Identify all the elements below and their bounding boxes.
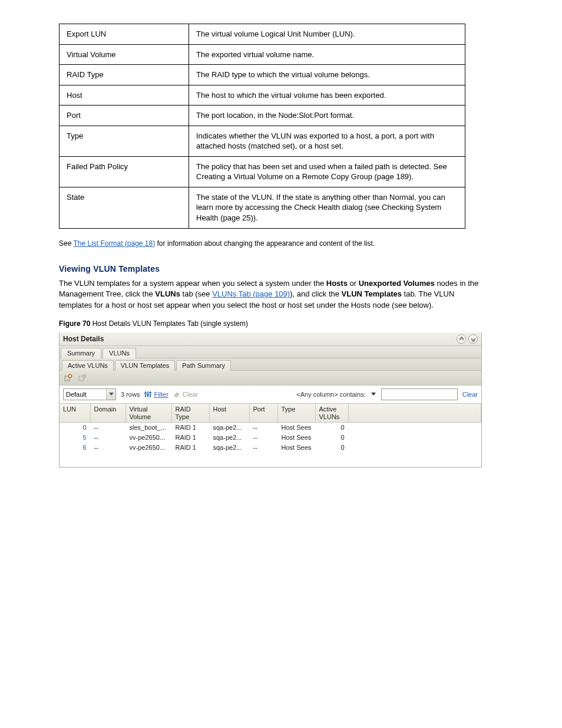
svg-rect-8 bbox=[147, 394, 149, 396]
svg-rect-7 bbox=[144, 393, 147, 394]
cell-active: 0 bbox=[315, 433, 348, 443]
filter-bar: 3 rows Filter Clear <Any column> contain… bbox=[59, 386, 481, 404]
panel-title: Host Details bbox=[63, 335, 454, 343]
table-row: State The state of the VLUN. If the stat… bbox=[59, 187, 465, 228]
grid-row[interactable]: 6 -- vv-pe2650... RAID 1 sqa-pe2... -- H… bbox=[59, 443, 481, 453]
prop-val: The state of the VLUN. If the state is a… bbox=[189, 187, 465, 228]
prop-val: The exported virtual volume name. bbox=[189, 44, 465, 65]
svg-point-3 bbox=[82, 374, 86, 378]
para-bold: VLUN Templates bbox=[342, 289, 402, 298]
grid-row[interactable]: 0 -- sles_boot_... RAID 1 sqa-pe2... -- … bbox=[59, 423, 481, 433]
prop-val: The host to which the virtual volume has… bbox=[189, 85, 465, 106]
prop-key: Export LUN bbox=[59, 24, 189, 45]
cell-vv: vv-pe2650... bbox=[125, 443, 171, 453]
col-domain[interactable]: Domain bbox=[90, 404, 125, 423]
subtab-vlun-templates[interactable]: VLUN Templates bbox=[115, 360, 175, 371]
prop-key: Failed Path Policy bbox=[59, 156, 189, 187]
cell-raid: RAID 1 bbox=[171, 423, 209, 433]
table-row: Host The host to which the virtual volum… bbox=[59, 85, 465, 106]
cell-port: -- bbox=[249, 423, 277, 433]
col-virtual-volume[interactable]: Virtual Volume bbox=[125, 404, 171, 423]
cell-raid: RAID 1 bbox=[171, 433, 209, 443]
cell-host: sqa-pe2... bbox=[209, 433, 249, 443]
grid-header-row: LUN Domain Virtual Volume RAID Type Host… bbox=[59, 404, 481, 423]
view-select-input[interactable] bbox=[64, 389, 106, 400]
filter-button-label: Filter bbox=[154, 391, 168, 398]
cell-active: 0 bbox=[315, 423, 348, 433]
col-raid-type[interactable]: RAID Type bbox=[171, 404, 209, 423]
cell-port: -- bbox=[249, 443, 277, 453]
clear-search-link[interactable]: Clear bbox=[462, 391, 478, 398]
cell-raid: RAID 1 bbox=[171, 443, 209, 453]
row-count-label: 3 rows bbox=[121, 391, 140, 398]
expand-down-icon[interactable] bbox=[468, 334, 478, 344]
section-paragraph: The VLUN templates for a system appear w… bbox=[59, 278, 483, 312]
primary-tabs: Summary VLUNs bbox=[59, 346, 481, 358]
para-text: The VLUN templates for a system appear w… bbox=[59, 279, 326, 288]
cell-vv: vv-pe2650... bbox=[125, 433, 171, 443]
collapse-up-icon[interactable] bbox=[457, 334, 466, 344]
cell-domain: -- bbox=[90, 443, 125, 453]
lun-link[interactable]: 5 bbox=[82, 434, 86, 441]
para-text: or bbox=[348, 279, 359, 288]
export-vlun-icon[interactable] bbox=[63, 373, 74, 383]
table-row: Virtual Volume The exported virtual volu… bbox=[59, 44, 465, 65]
chevron-down-icon[interactable] bbox=[106, 389, 115, 400]
prop-key: Virtual Volume bbox=[59, 44, 189, 65]
lun-link[interactable]: 6 bbox=[82, 444, 86, 451]
panel-toolbar bbox=[59, 371, 481, 386]
prop-key: State bbox=[59, 187, 189, 228]
secondary-tabs: Active VLUNs VLUN Templates Path Summary bbox=[59, 358, 481, 371]
properties-table: Export LUN The virtual volume Logical Un… bbox=[59, 24, 465, 229]
panel-titlebar: Host Details bbox=[59, 332, 481, 346]
col-port[interactable]: Port bbox=[249, 404, 277, 423]
lun-link[interactable]: 0 bbox=[82, 424, 86, 431]
col-active-vluns[interactable]: Active VLUNs bbox=[315, 404, 348, 423]
para-bold: Unexported Volumes bbox=[359, 279, 435, 288]
column-picker-dropdown[interactable] bbox=[371, 391, 376, 397]
table-row: Failed Path Policy The policy that has b… bbox=[59, 156, 465, 187]
vlun-templates-grid: LUN Domain Virtual Volume RAID Type Host… bbox=[59, 404, 481, 467]
col-spacer bbox=[348, 404, 481, 423]
tab-vluns[interactable]: VLUNs bbox=[103, 348, 136, 358]
grid-empty-space bbox=[59, 453, 481, 467]
para-bold: Hosts bbox=[326, 279, 348, 288]
filter-button[interactable]: Filter bbox=[144, 391, 168, 398]
list-format-link[interactable]: The List Format (page 18) bbox=[73, 239, 155, 248]
prop-val: The RAID type to which the virtual volum… bbox=[189, 65, 465, 85]
prop-key: Host bbox=[59, 85, 189, 106]
host-details-panel: Host Details Summary VLUNs Active VLUNs … bbox=[59, 332, 482, 467]
cell-domain: -- bbox=[90, 423, 125, 433]
col-lun[interactable]: LUN bbox=[59, 404, 90, 423]
table-row: Port The port location, in the Node:Slot… bbox=[59, 106, 465, 126]
figure-label: Figure 70 bbox=[59, 319, 90, 328]
figure-text: Host Details VLUN Templates Tab (single … bbox=[90, 319, 248, 328]
prop-val: The virtual volume Logical Unit Number (… bbox=[189, 24, 465, 45]
subtab-path-summary[interactable]: Path Summary bbox=[176, 360, 231, 371]
prop-val: Indicates whether the VLUN was exported … bbox=[189, 126, 465, 156]
note-prefix: See bbox=[59, 239, 73, 248]
tab-summary[interactable]: Summary bbox=[61, 348, 101, 358]
figure-caption: Figure 70 Host Details VLUN Templates Ta… bbox=[59, 319, 527, 328]
view-select[interactable] bbox=[63, 388, 116, 400]
cell-active: 0 bbox=[315, 443, 348, 453]
col-type[interactable]: Type bbox=[277, 404, 315, 423]
grid-row[interactable]: 5 -- vv-pe2650... RAID 1 sqa-pe2... -- H… bbox=[59, 433, 481, 443]
properties-note: See The List Format (page 18) for inform… bbox=[59, 239, 465, 248]
para-bold: VLUNs bbox=[155, 289, 180, 298]
remove-vlun-icon[interactable] bbox=[77, 373, 88, 383]
vluns-tab-link[interactable]: VLUNs Tab (page 109) bbox=[212, 289, 290, 298]
cell-host: sqa-pe2... bbox=[209, 443, 249, 453]
cell-type: Host Sees bbox=[277, 443, 315, 453]
cell-port: -- bbox=[249, 433, 277, 443]
col-host[interactable]: Host bbox=[209, 404, 249, 423]
svg-rect-4 bbox=[145, 391, 146, 397]
search-input[interactable] bbox=[381, 388, 458, 400]
prop-key: RAID Type bbox=[59, 65, 189, 85]
table-row: Export LUN The virtual volume Logical Un… bbox=[59, 24, 465, 45]
para-text: ), and click the bbox=[290, 289, 341, 298]
any-column-label: <Any column> contains: bbox=[296, 391, 365, 398]
clear-filter-button[interactable]: Clear bbox=[173, 391, 198, 398]
eraser-icon bbox=[173, 391, 180, 398]
subtab-active-vluns[interactable]: Active VLUNs bbox=[62, 360, 114, 371]
